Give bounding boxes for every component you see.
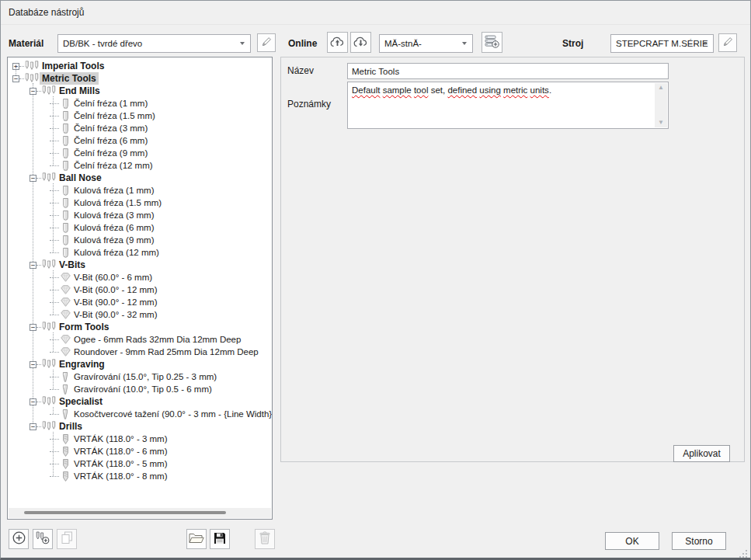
notes-scrollbar[interactable]: ▲ ▼ (655, 83, 667, 127)
tree-connector (50, 203, 59, 203)
tool-group-icon (41, 359, 57, 370)
edit-machine-button[interactable] (718, 33, 737, 52)
collapse-icon[interactable]: − (30, 361, 37, 368)
cloud-download-button[interactable] (350, 32, 371, 53)
tree-item[interactable]: −Drills (8, 420, 272, 433)
tree-item[interactable]: Kulová fréza (1.5 mm) (8, 197, 272, 209)
tree-item[interactable]: Roundover - 9mm Rad 25mm Dia 12mm Deep (8, 346, 272, 358)
add-group-button[interactable] (9, 529, 29, 549)
tree-item[interactable]: V-Bit (60.0° - 6 mm) (8, 271, 272, 283)
collapse-icon[interactable]: − (30, 88, 37, 95)
engrave-icon (59, 372, 71, 382)
tree-item-label: Kulová fréza (1.5 mm) (71, 197, 164, 208)
tree-item[interactable]: V-Bit (60.0° - 12 mm) (8, 283, 272, 296)
tree-connector (50, 116, 59, 117)
tree-connector (50, 103, 59, 104)
tree-guide-line (53, 407, 54, 414)
tree-item[interactable]: Kulová fréza (9 mm) (8, 234, 272, 246)
arrow-down-icon[interactable]: ▼ (658, 120, 664, 126)
collapse-icon[interactable]: − (30, 398, 37, 405)
online-database-select[interactable]: MĂ-stnĂ- (379, 34, 473, 53)
tree-item-label: Kulová fréza (3 mm) (71, 210, 157, 221)
save-database-button[interactable] (210, 529, 230, 549)
tool-add-icon (36, 531, 50, 547)
collapse-icon[interactable]: − (30, 175, 37, 182)
resize-grip[interactable] (739, 548, 748, 557)
tree-connector (50, 165, 59, 166)
tree-item[interactable]: Gravírování (10.0°, Tip 0.5 - 6 mm) (8, 383, 272, 395)
tree-item[interactable]: −Specialist (8, 395, 272, 408)
tree-item[interactable]: −Engraving (8, 358, 272, 370)
machine-select[interactable]: STEPCRAFT M.SÉRIE (610, 34, 714, 53)
tree-item[interactable]: VRTÁK (118.0° - 8 mm) (8, 470, 272, 482)
ok-button[interactable]: OK (605, 532, 659, 550)
endmill-icon (59, 136, 71, 146)
tree-item[interactable]: Kulová fréza (6 mm) (8, 221, 272, 234)
title-bar[interactable]: Databáze nástrojů (1, 1, 750, 25)
tree-item-label: Čelní fréza (1.5 mm) (71, 110, 158, 121)
vbit-icon (59, 310, 71, 319)
tree-item[interactable]: −Metric Tools (8, 72, 272, 85)
tree-connector (50, 128, 59, 129)
tree-guide-line (53, 370, 54, 389)
tree-item[interactable]: Kulová fréza (1 mm) (8, 184, 272, 197)
tree-connector (50, 228, 59, 228)
tree-item[interactable]: Čelní fréza (6 mm) (8, 134, 272, 147)
ballnose-icon (59, 198, 71, 208)
tree-horizontal-scrollbar[interactable] (9, 508, 271, 518)
tree-item[interactable]: VRTÁK (118.0° - 6 mm) (8, 445, 272, 457)
cancel-button[interactable]: Storno (672, 532, 726, 550)
drill-icon (59, 471, 71, 482)
tree-item[interactable]: Kulová fréza (12 mm) (8, 246, 272, 259)
scrollbar-thumb[interactable] (24, 511, 226, 514)
tree-item[interactable]: Čelní fréza (1.5 mm) (8, 110, 272, 122)
tree-item[interactable]: V-Bit (90.0° - 12 mm) (8, 296, 272, 308)
tree-item[interactable]: −Form Tools (8, 321, 272, 333)
tree-item[interactable]: Čelní fréza (3 mm) (8, 122, 272, 134)
collapse-icon[interactable]: − (30, 324, 37, 331)
tree-guide-line (33, 83, 33, 426)
copy-icon (61, 531, 73, 547)
tree-item[interactable]: Kulová fréza (3 mm) (8, 209, 272, 221)
tree-item[interactable]: VRTÁK (118.0° - 5 mm) (8, 457, 272, 470)
tree-item[interactable]: −V-Bits (8, 259, 272, 271)
tree-item[interactable]: −End Mills (8, 85, 272, 97)
tree-connector (50, 290, 59, 290)
copy-tool-button (57, 529, 77, 549)
tree-connector (50, 464, 59, 464)
tree-item[interactable]: Gravírování (15.0°, Tip 0.25 - 3 mm) (8, 370, 272, 383)
apply-button[interactable]: Aplikovat (673, 445, 730, 462)
tree-connector (50, 252, 59, 253)
arrow-up-icon[interactable]: ▲ (658, 85, 664, 91)
collapse-icon[interactable]: − (30, 423, 37, 430)
expand-icon[interactable]: + (12, 63, 19, 70)
tree-item[interactable]: Čelní fréza (9 mm) (8, 147, 272, 159)
edit-material-button[interactable] (257, 33, 276, 52)
endmill-icon (59, 148, 71, 158)
name-input[interactable] (347, 63, 669, 79)
tree-item[interactable]: VRTÁK (118.0° - 3 mm) (8, 433, 272, 445)
tree-item[interactable]: Čelní fréza (12 mm) (8, 159, 272, 172)
drill-icon (59, 447, 71, 457)
cloud-upload-button[interactable] (327, 32, 348, 53)
endmill-icon (59, 99, 71, 109)
material-select[interactable]: DB/BK - tvrdé dřevo (57, 34, 251, 53)
collapse-icon[interactable]: − (30, 262, 37, 269)
tree-guide-line (53, 96, 54, 165)
tree-connector (50, 476, 59, 477)
chevron-down-icon (462, 42, 467, 45)
tree-item[interactable]: Čelní fréza (1 mm) (8, 97, 272, 110)
tree-item-label: Engraving (57, 358, 107, 370)
tree-item[interactable]: −Ball Nose (8, 172, 272, 184)
open-database-button[interactable] (186, 529, 207, 549)
tool-group-icon (24, 73, 40, 84)
tree-connector (50, 377, 59, 377)
tree-item[interactable]: V-Bit (90.0° - 32 mm) (8, 308, 272, 321)
add-online-database-button[interactable] (482, 32, 502, 53)
tree-item[interactable]: Ogee - 6mm Rads 32mm Dia 12mm Deep (8, 333, 272, 346)
tree-item[interactable]: +Imperial Tools (8, 60, 272, 72)
collapse-icon[interactable]: − (12, 75, 19, 82)
notes-textarea[interactable]: Default sample tool set, defined using m… (347, 82, 669, 129)
add-tool-button[interactable] (33, 529, 53, 549)
tree-item[interactable]: Kosočtvercové tažení (90.0° - 3 mm - {Li… (8, 408, 272, 420)
